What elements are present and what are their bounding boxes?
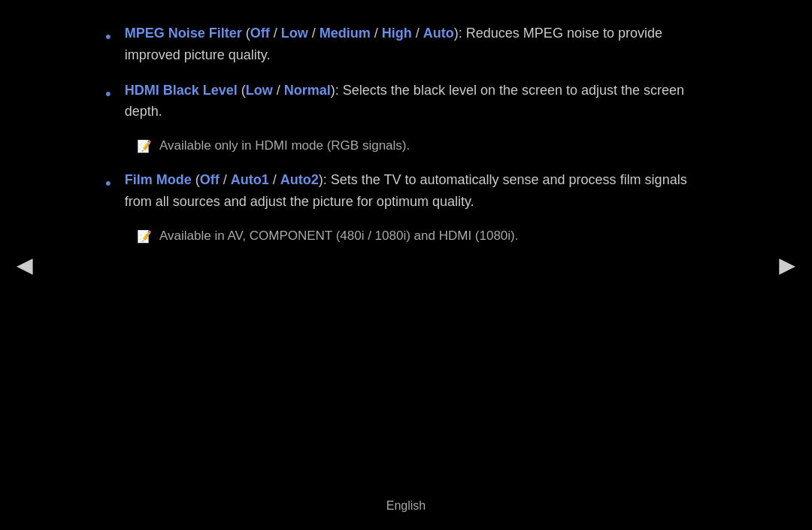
bullet-icon: • bbox=[105, 24, 111, 49]
list-item-mpeg: • MPEG Noise Filter (Off / Low / Medium … bbox=[105, 23, 707, 66]
mpeg-opt-auto: Auto bbox=[423, 26, 454, 41]
film-opt-auto2: Auto2 bbox=[280, 172, 319, 187]
hdmi-black-level-label: HDMI Black Level bbox=[125, 83, 238, 98]
mpeg-sep4: / bbox=[412, 26, 423, 41]
hdmi-black-level-text: HDMI Black Level (Low / Normal): Selects… bbox=[125, 80, 707, 123]
hdmi-opt-low: Low bbox=[246, 83, 273, 98]
film-sep1: / bbox=[220, 172, 231, 187]
film-note-text: Available in AV, COMPONENT (480i / 1080i… bbox=[159, 226, 518, 246]
mpeg-opt-high: High bbox=[382, 26, 412, 41]
mpeg-sep3: / bbox=[371, 26, 382, 41]
main-content: • MPEG Noise Filter (Off / Low / Medium … bbox=[45, 0, 767, 320]
hdmi-opt-normal: Normal bbox=[284, 83, 331, 98]
bullet-icon-hdmi: • bbox=[105, 81, 111, 106]
film-mode-text: Film Mode (Off / Auto1 / Auto2): Sets th… bbox=[125, 169, 707, 213]
note-icon-hdmi: 📝 bbox=[137, 138, 152, 156]
list-item-film: • Film Mode (Off / Auto1 / Auto2): Sets … bbox=[105, 169, 707, 213]
mpeg-noise-filter-text: MPEG Noise Filter (Off / Low / Medium / … bbox=[125, 23, 707, 66]
mpeg-noise-filter-label: MPEG Noise Filter bbox=[125, 26, 242, 41]
film-mode-label: Film Mode bbox=[125, 172, 192, 187]
mpeg-sep2: / bbox=[308, 26, 320, 41]
mpeg-opt-off: Off bbox=[250, 26, 270, 41]
bullet-icon-film: • bbox=[105, 171, 111, 195]
nav-arrow-left[interactable]: ◄ bbox=[11, 245, 38, 286]
film-opt-off: Off bbox=[200, 172, 220, 187]
list-item-hdmi: • HDMI Black Level (Low / Normal): Selec… bbox=[105, 80, 707, 123]
film-opt-auto1: Auto1 bbox=[231, 172, 269, 187]
film-sep2: / bbox=[269, 172, 280, 187]
mpeg-opt-medium: Medium bbox=[320, 26, 371, 41]
hdmi-note-text: Available only in HDMI mode (RGB signals… bbox=[159, 136, 410, 156]
language-label: English bbox=[386, 499, 426, 512]
note-icon-film: 📝 bbox=[137, 228, 152, 246]
mpeg-sep1: / bbox=[270, 26, 281, 41]
nav-arrow-right[interactable]: ► bbox=[774, 245, 801, 286]
hdmi-sep1: / bbox=[273, 83, 284, 98]
hdmi-note: 📝 Available only in HDMI mode (RGB signa… bbox=[137, 136, 707, 156]
footer-language: English bbox=[386, 497, 426, 515]
film-note: 📝 Available in AV, COMPONENT (480i / 108… bbox=[137, 226, 707, 246]
mpeg-opt-low: Low bbox=[281, 26, 308, 41]
